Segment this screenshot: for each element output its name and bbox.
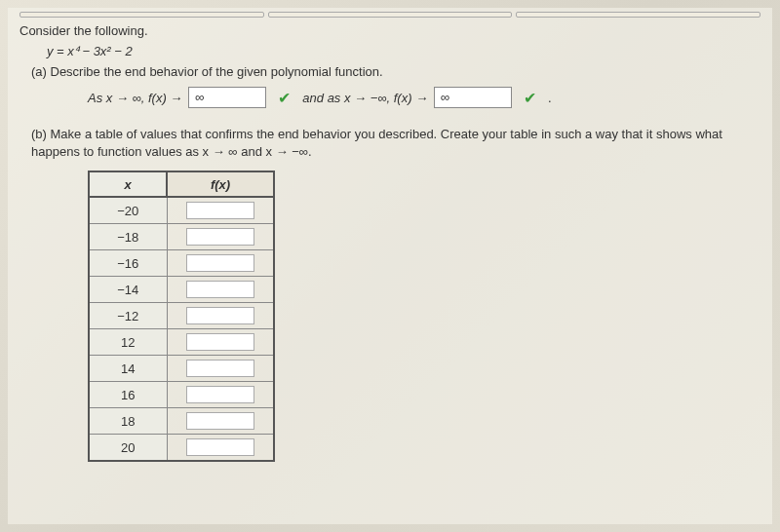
x-cell: −16	[89, 250, 167, 277]
x-cell: 20	[89, 435, 167, 462]
fx-cell	[167, 356, 274, 382]
table-row: 14	[89, 356, 274, 382]
table-row: 16	[89, 382, 274, 408]
check-icon-2: ✔	[524, 89, 536, 107]
x-cell: 16	[89, 382, 167, 408]
table-header-row: x f(x)	[89, 171, 274, 197]
answer-box-1[interactable]: ∞	[188, 87, 266, 108]
end-behavior-row: As x → ∞, f(x) → ∞ ✔ and as x → −∞, f(x)…	[88, 87, 760, 108]
values-table: x f(x) −20−18−16−14−121214161820	[88, 171, 275, 462]
fx-input[interactable]	[186, 254, 254, 272]
fx-cell	[167, 435, 274, 462]
fx-cell	[167, 250, 274, 277]
worksheet-container: Consider the following. y = x⁴ − 3x² − 2…	[8, 8, 772, 524]
part-a-label: (a) Describe the end behavior of the giv…	[31, 64, 760, 79]
x-cell: −20	[89, 197, 167, 224]
table-row: −14	[89, 277, 274, 303]
header-x: x	[89, 171, 167, 197]
fx-input[interactable]	[186, 281, 254, 298]
as-text-1: As x → ∞, f(x) →	[88, 91, 182, 105]
table-row: 18	[89, 408, 274, 435]
fx-input[interactable]	[186, 202, 254, 219]
top-bar-1	[20, 12, 264, 18]
fx-cell	[167, 408, 274, 435]
x-cell: 14	[89, 356, 167, 382]
table-row: −18	[89, 224, 274, 250]
table-row: 20	[89, 435, 274, 462]
top-bars	[20, 12, 760, 18]
answer-box-2[interactable]: ∞	[434, 87, 512, 108]
fx-cell	[167, 224, 274, 250]
x-cell: −12	[89, 303, 167, 329]
table-row: −16	[89, 250, 274, 277]
x-cell: 12	[89, 329, 167, 356]
fx-cell	[167, 197, 274, 224]
top-bar-2	[268, 12, 513, 18]
header-fx: f(x)	[167, 171, 274, 197]
top-bar-3	[516, 12, 760, 18]
fx-input[interactable]	[186, 307, 254, 324]
fx-cell	[167, 277, 274, 303]
fx-cell	[167, 303, 274, 329]
prompt-text: Consider the following.	[20, 23, 760, 38]
fx-input[interactable]	[186, 360, 254, 377]
fx-input[interactable]	[186, 412, 254, 430]
check-icon-1: ✔	[278, 89, 291, 107]
fx-input[interactable]	[186, 438, 254, 456]
and-as-text: and as x → −∞, f(x) →	[302, 91, 428, 105]
fx-input[interactable]	[186, 228, 254, 246]
table-row: 12	[89, 329, 274, 356]
table-row: −20	[89, 197, 274, 224]
fx-input[interactable]	[186, 333, 254, 351]
equation-text: y = x⁴ − 3x² − 2	[47, 44, 760, 58]
fx-cell	[167, 329, 274, 356]
fx-cell	[167, 382, 274, 408]
x-cell: −14	[89, 277, 167, 303]
part-b-text: (b) Make a table of values that confirms…	[31, 126, 760, 161]
period: .	[548, 91, 552, 105]
table-row: −12	[89, 303, 274, 329]
x-cell: 18	[89, 408, 167, 435]
fx-input[interactable]	[186, 386, 254, 403]
x-cell: −18	[89, 224, 167, 250]
